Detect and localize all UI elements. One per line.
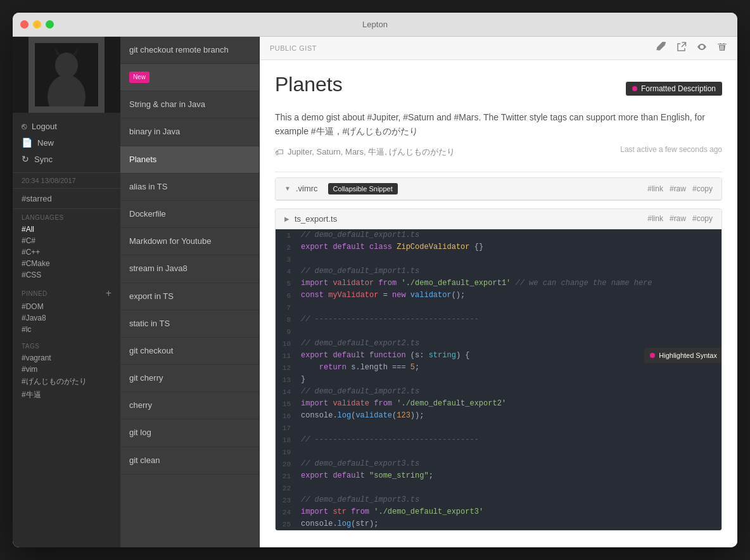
list-item[interactable]: git checkout (120, 338, 259, 365)
main-content: PUBLIC GIST (260, 37, 737, 547)
collapse-toggle-ts[interactable]: ▶ (284, 215, 289, 222)
list-item[interactable]: export in TS (120, 283, 259, 310)
lang-tag-csharp[interactable]: #C# (22, 235, 111, 246)
pinned-add-button[interactable]: + (106, 288, 111, 298)
public-gist-label: PUBLIC GIST (270, 44, 317, 52)
list-item[interactable]: git log (120, 419, 259, 447)
traffic-lights (20, 20, 54, 29)
gist-description: This a demo gist about #Jupiter, #Saturn… (275, 110, 722, 139)
code-line: 6 const myValidator = new validator(); (276, 290, 721, 302)
gist-title: Planets (275, 73, 343, 96)
titlebar: Lepton (13, 13, 737, 37)
snippet-header-left-ts: ▶ ts_export.ts (284, 214, 337, 224)
code-line: 2 export default class ZipCodeValidator … (276, 241, 721, 253)
tag-vagrant[interactable]: #vagrant (22, 352, 111, 364)
list-item-new[interactable]: New (120, 64, 259, 91)
logout-button[interactable]: ⎋ Logout (13, 118, 120, 134)
code-block-ts: 1 // demo_default_export1.ts 2 export de… (276, 229, 721, 530)
sync-label: Sync (34, 155, 53, 164)
raw-action-ts[interactable]: #raw (670, 214, 686, 223)
divider (275, 172, 722, 172)
tags-title: TAGS (22, 343, 111, 350)
snippet-actions-ts: #link #raw #copy (647, 214, 713, 223)
app-window: Lepton (13, 13, 737, 547)
tag-genji[interactable]: #げんじものがたり (22, 375, 111, 388)
snippet-header-vimrc[interactable]: ▼ .vimrc Collapsible Snippet #link #raw … (276, 178, 721, 200)
lang-tag-css[interactable]: #CSS (22, 269, 111, 281)
snippet-header-ts-export[interactable]: ▶ ts_export.ts #link #raw #copy (276, 209, 721, 229)
collapse-toggle-vimrc[interactable]: ▼ (284, 185, 291, 192)
code-line: 3 (276, 253, 721, 265)
snippet-header-left: ▼ .vimrc Collapsible Snippet (284, 183, 398, 194)
link-action[interactable]: #link (647, 184, 663, 193)
gist-meta-row: 🏷 Jupiter, Saturn, Mars, 牛逼, げんじものがたり La… (275, 145, 722, 164)
sidebar-scrollable: ⎋ Logout 📄 New ↻ Sync 20:34 13/08/2017 #… (13, 113, 120, 547)
languages-section: LANGUAGES #All #C# #C++ #CMake #CSS (13, 209, 120, 283)
list-item[interactable]: Dockerfile (120, 201, 259, 228)
list-item[interactable]: Markdown for Youtube (120, 228, 259, 255)
sidebar: ⎋ Logout 📄 New ↻ Sync 20:34 13/08/2017 #… (13, 37, 120, 547)
tag-vim[interactable]: #vim (22, 364, 111, 375)
gist-title-row: Planets Formatted Description (275, 73, 722, 104)
avatar (29, 37, 105, 113)
list-item[interactable]: binary in Java (120, 118, 259, 146)
code-line: 18 // ----------------------------------… (276, 434, 721, 446)
lang-tag-all[interactable]: #All (22, 224, 111, 235)
list-item[interactable]: cherry (120, 392, 259, 419)
sidebar-avatar (13, 37, 120, 113)
close-button[interactable] (20, 20, 29, 29)
list-item[interactable]: alias in TS (120, 174, 259, 201)
code-line: 23 // demo_default_import3.ts (276, 494, 721, 506)
edit-icon[interactable] (656, 42, 666, 54)
link-action-ts[interactable]: #link (647, 214, 663, 223)
list-item[interactable]: String & char in Java (120, 91, 259, 118)
raw-action[interactable]: #raw (670, 184, 686, 193)
minimize-button[interactable] (33, 20, 41, 29)
starred-filter[interactable]: #starred (13, 189, 120, 209)
pinned-title: PINNED (22, 290, 48, 297)
logout-label: Logout (32, 122, 57, 131)
app-title: Lepton (362, 20, 388, 29)
list-item[interactable]: git cherry (120, 365, 259, 392)
formatted-desc-label: Formatted Description (641, 84, 716, 93)
eye-icon[interactable] (697, 42, 707, 54)
tag-niu[interactable]: #牛逼 (22, 388, 111, 402)
tag-icon: 🏷 (275, 147, 284, 157)
list-item[interactable]: git checkout remote branch (120, 37, 259, 64)
pinned-tag-java8[interactable]: #Java8 (22, 312, 111, 324)
sync-button[interactable]: ↻ Sync (13, 151, 120, 167)
new-badge: New (129, 72, 149, 83)
copy-action[interactable]: #copy (692, 184, 713, 193)
external-link-icon[interactable] (677, 42, 687, 54)
code-line: 1 // demo_default_export1.ts (276, 229, 721, 241)
lang-tag-cmake[interactable]: #CMake (22, 258, 111, 269)
code-line: 25 console.log(str); (276, 518, 721, 530)
trash-icon[interactable] (717, 42, 727, 54)
list-item[interactable]: git clean (120, 447, 259, 474)
snippet-actions-vimrc: #link #raw #copy (647, 184, 713, 193)
formatted-description-badge: Formatted Description (626, 82, 722, 96)
snippet-filename-vimrc: .vimrc (296, 184, 318, 193)
list-item-planets[interactable]: Planets (120, 146, 259, 174)
app-body: ⎋ Logout 📄 New ↻ Sync 20:34 13/08/2017 #… (13, 37, 737, 547)
copy-action-ts[interactable]: #copy (692, 214, 713, 223)
new-button[interactable]: 📄 New (13, 134, 120, 151)
lang-tag-cpp[interactable]: #C++ (22, 246, 111, 258)
pinned-tag-lc[interactable]: #lc (22, 324, 111, 335)
pinned-tag-dom[interactable]: #DOM (22, 301, 111, 312)
code-line: 16 console.log(validate(123)); (276, 410, 721, 422)
badge-dot-hs (650, 353, 655, 358)
code-line: 14 // demo_default_import2.ts (276, 386, 721, 398)
maximize-button[interactable] (46, 20, 54, 29)
code-line: 15 import validate from './demo_default_… (276, 398, 721, 410)
sidebar-actions: ⎋ Logout 📄 New ↻ Sync (13, 113, 120, 173)
list-item[interactable]: stream in Java8 (120, 255, 259, 283)
list-item[interactable]: static in TS (120, 310, 259, 338)
svg-point-1 (55, 53, 78, 78)
gist-tags-text: Jupiter, Saturn, Mars, 牛逼, げんじものがたり (288, 146, 455, 158)
badge-dot (632, 86, 637, 91)
last-active: Last active a few seconds ago (620, 145, 722, 154)
code-line: 21 export default "some_string"; (276, 470, 721, 482)
code-line: 4 // demo_default_import1.ts (276, 265, 721, 277)
code-line: 24 import str from './demo_default_expor… (276, 506, 721, 518)
